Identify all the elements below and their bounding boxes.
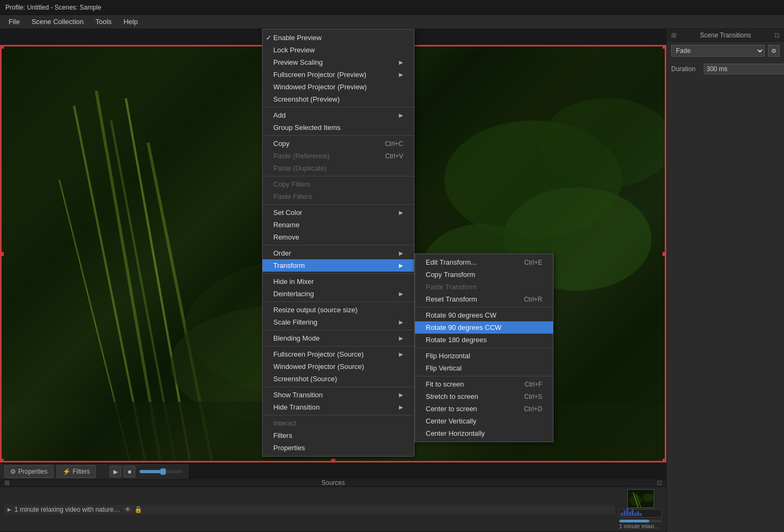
arrow-blending-mode: ▶ bbox=[399, 335, 403, 341]
transform-label-rotate-90-ccw: Rotate 90 degrees CCW bbox=[426, 323, 502, 331]
transform-shortcut-edit-transform: Ctrl+E bbox=[524, 259, 542, 266]
menu-label-order: Order bbox=[273, 249, 291, 257]
transform-item-edit-transform[interactable]: Edit Transform...Ctrl+E bbox=[415, 256, 553, 268]
menu-item-interact: Interact bbox=[263, 417, 414, 429]
separator-sep4 bbox=[263, 204, 414, 205]
transform-label-stretch-to-screen: Stretch to screen bbox=[426, 392, 478, 400]
arrow-order: ▶ bbox=[399, 250, 403, 256]
duration-label: Duration bbox=[671, 65, 701, 73]
menu-label-transform: Transform bbox=[273, 261, 305, 269]
menu-label-fullscreen-projector-source: Fullscreen Projector (Source) bbox=[273, 350, 364, 358]
transform-item-copy-transform[interactable]: Copy Transform bbox=[415, 268, 553, 281]
menu-label-deinterlacing: Deinterlacing bbox=[273, 290, 314, 298]
separator-sep5 bbox=[263, 245, 414, 245]
dock-icon-transitions-right: ⊡ bbox=[774, 32, 780, 39]
menu-label-copy-filters: Copy Filters bbox=[273, 180, 310, 188]
menu-label-scale-filtering: Scale Filtering bbox=[273, 318, 317, 326]
menu-file[interactable]: File bbox=[3, 17, 25, 27]
transform-shortcut-stretch-to-screen: Ctrl+S bbox=[524, 393, 542, 400]
context-menu-transform: Edit Transform...Ctrl+ECopy TransformPas… bbox=[414, 253, 554, 442]
arrow-set-color: ▶ bbox=[399, 210, 403, 215]
menu-item-hide-in-mixer[interactable]: Hide in Mixer bbox=[263, 275, 414, 288]
arrow-scale-filtering: ▶ bbox=[399, 319, 403, 325]
main-area: ⚙ Properties ⚡ Filters ▶ ■ bbox=[0, 29, 784, 532]
menu-item-properties[interactable]: Properties bbox=[263, 442, 414, 454]
transform-item-center-to-screen[interactable]: Center to screenCtrl+D bbox=[415, 403, 553, 415]
menu-label-paste-reference: Paste (Reference) bbox=[273, 152, 330, 160]
transform-item-stretch-to-screen[interactable]: Stretch to screenCtrl+S bbox=[415, 390, 553, 403]
transform-item-fit-to-screen[interactable]: Fit to screenCtrl+F bbox=[415, 378, 553, 390]
menu-item-screenshot-preview[interactable]: Screenshot (Preview) bbox=[263, 93, 414, 105]
menu-label-blending-mode: Blending Mode bbox=[273, 334, 320, 342]
menu-label-enable-preview: Enable Preview bbox=[273, 34, 321, 42]
transform-item-rotate-180[interactable]: Rotate 180 degrees bbox=[415, 334, 553, 346]
menu-tools[interactable]: Tools bbox=[90, 17, 117, 27]
menu-item-transform[interactable]: Transform▶ bbox=[263, 259, 414, 272]
menu-item-group-selected[interactable]: Group Selected Items bbox=[263, 121, 414, 134]
separator-sep8 bbox=[263, 330, 414, 330]
menu-item-set-color[interactable]: Set Color▶ bbox=[263, 206, 414, 219]
menu-scene-collection[interactable]: Scene Collection bbox=[26, 17, 89, 27]
right-panel: ⊞ Scene Transitions ⊡ Fade ⚙ Duration ▲ … bbox=[666, 29, 784, 532]
transform-item-rotate-90-ccw[interactable]: Rotate 90 degrees CCW bbox=[415, 321, 553, 334]
menu-item-scale-filtering[interactable]: Scale Filtering▶ bbox=[263, 316, 414, 328]
menu-item-deinterlacing[interactable]: Deinterlacing▶ bbox=[263, 288, 414, 300]
transform-item-reset-transform[interactable]: Reset TransformCtrl+R bbox=[415, 293, 553, 305]
arrow-hide-transition: ▶ bbox=[399, 404, 403, 410]
menu-item-fullscreen-projector-preview[interactable]: Fullscreen Projector (Preview)▶ bbox=[263, 68, 414, 81]
transform-item-center-horizontally[interactable]: Center Horizontally bbox=[415, 427, 553, 440]
transform-shortcut-center-to-screen: Ctrl+D bbox=[524, 405, 542, 413]
menu-label-group-selected: Group Selected Items bbox=[273, 124, 341, 132]
shortcut-copy: Ctrl+C bbox=[385, 140, 403, 148]
menu-help[interactable]: Help bbox=[118, 17, 143, 27]
menu-item-windowed-projector-source[interactable]: Windowed Projector (Source) bbox=[263, 360, 414, 373]
scene-transitions-title: Scene Transitions bbox=[700, 32, 751, 39]
menu-item-order[interactable]: Order▶ bbox=[263, 247, 414, 259]
menu-item-copy[interactable]: CopyCtrl+C bbox=[263, 137, 414, 150]
menu-item-enable-preview[interactable]: Enable Preview bbox=[263, 32, 414, 44]
transform-label-center-to-screen: Center to screen bbox=[426, 405, 477, 413]
transform-item-flip-horizontal[interactable]: Flip Horizontal bbox=[415, 350, 553, 362]
menu-item-paste-filters: Paste Filters bbox=[263, 190, 414, 203]
menu-item-fullscreen-projector-source[interactable]: Fullscreen Projector (Source)▶ bbox=[263, 348, 414, 360]
transform-label-rotate-90-cw: Rotate 90 degrees CW bbox=[426, 311, 496, 319]
separator-transform-sep-t1 bbox=[415, 307, 553, 307]
menu-label-copy: Copy bbox=[273, 140, 289, 148]
transform-label-edit-transform: Edit Transform... bbox=[426, 258, 476, 266]
transition-settings-button[interactable]: ⚙ bbox=[768, 45, 780, 57]
transform-label-rotate-180: Rotate 180 degrees bbox=[426, 336, 487, 344]
arrow-show-transition: ▶ bbox=[399, 392, 403, 398]
menu-item-remove[interactable]: Remove bbox=[263, 231, 414, 243]
separator-sep9 bbox=[263, 346, 414, 346]
shortcut-paste-reference: Ctrl+V bbox=[385, 152, 403, 160]
separator-sep7 bbox=[263, 302, 414, 302]
menu-label-properties: Properties bbox=[273, 444, 305, 452]
menu-item-resize-output[interactable]: Resize output (source size) bbox=[263, 304, 414, 316]
menu-item-show-transition[interactable]: Show Transition▶ bbox=[263, 389, 414, 401]
menu-item-preview-scaling[interactable]: Preview Scaling▶ bbox=[263, 56, 414, 68]
menu-label-add: Add bbox=[273, 111, 286, 119]
context-menu-main: Enable PreviewLock PreviewPreview Scalin… bbox=[262, 29, 414, 457]
separator-sep11 bbox=[263, 415, 414, 415]
transform-label-flip-vertical: Flip Vertical bbox=[426, 364, 462, 372]
menu-item-blending-mode[interactable]: Blending Mode▶ bbox=[263, 332, 414, 344]
menu-item-filters[interactable]: Filters bbox=[263, 429, 414, 442]
transform-item-center-vertically[interactable]: Center Vertically bbox=[415, 415, 553, 427]
transition-type-select[interactable]: Fade bbox=[671, 45, 765, 57]
menu-label-fullscreen-projector-preview: Fullscreen Projector (Preview) bbox=[273, 71, 366, 79]
transform-label-center-vertically: Center Vertically bbox=[426, 417, 476, 425]
menu-item-paste-reference: Paste (Reference)Ctrl+V bbox=[263, 150, 414, 162]
menu-label-paste-filters: Paste Filters bbox=[273, 192, 312, 201]
menu-item-add[interactable]: Add▶ bbox=[263, 109, 414, 121]
arrow-preview-scaling: ▶ bbox=[399, 59, 403, 65]
transform-item-rotate-90-cw[interactable]: Rotate 90 degrees CW bbox=[415, 309, 553, 321]
transform-shortcut-fit-to-screen: Ctrl+F bbox=[525, 381, 542, 388]
menu-label-paste-duplicate: Paste (Duplicate) bbox=[273, 164, 327, 172]
menu-item-lock-preview[interactable]: Lock Preview bbox=[263, 44, 414, 56]
menu-item-screenshot-source[interactable]: Screenshot (Source) bbox=[263, 373, 414, 385]
menu-item-windowed-projector-preview[interactable]: Windowed Projector (Preview) bbox=[263, 81, 414, 93]
duration-input[interactable] bbox=[704, 64, 784, 74]
transform-item-flip-vertical[interactable]: Flip Vertical bbox=[415, 362, 553, 374]
menu-item-hide-transition[interactable]: Hide Transition▶ bbox=[263, 401, 414, 413]
menu-item-rename[interactable]: Rename bbox=[263, 219, 414, 231]
